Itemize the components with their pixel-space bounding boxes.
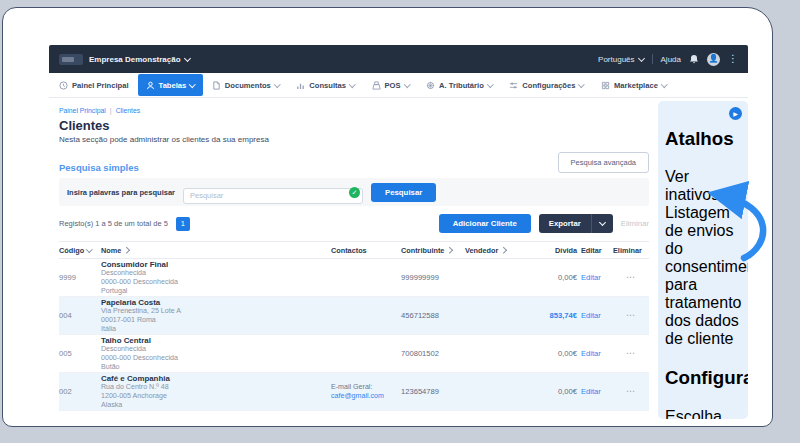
clients-main: Painel Principal | Clientes Clientes Nes…: [49, 98, 649, 419]
client-debt: 0,00€: [527, 349, 577, 358]
sort-down-icon: [86, 246, 92, 252]
menu-item-configuracoes[interactable]: Configurações: [501, 73, 592, 97]
menu-item-a-tributario[interactable]: A. Tributário: [418, 73, 500, 97]
sliders-icon: [509, 81, 518, 90]
client-vat: 999999999: [401, 273, 461, 282]
bar-chart-icon: [296, 81, 305, 90]
search-label: Insira palavras para pesquisar: [67, 188, 175, 197]
client-debt: 0,00€: [527, 273, 577, 282]
contact-email-link[interactable]: cafe@gmail.com: [331, 392, 397, 401]
edit-client-link[interactable]: Editar: [581, 273, 609, 282]
more-menu-icon[interactable]: ⋮: [728, 54, 738, 64]
table-row[interactable]: 9999 Consumidor Final Desconhecida 0000-…: [59, 259, 649, 297]
table-row[interactable]: Restaurante Exemplo: [59, 411, 649, 419]
column-header-codigo[interactable]: Código: [59, 246, 97, 255]
browser-card: Empresa Demonstração Português Ajuda 👤 ⋮: [2, 7, 773, 427]
client-debt: 0,00€: [527, 387, 577, 396]
company-logo: [59, 54, 83, 65]
menu-item-label: Marketplace: [614, 81, 658, 90]
sort-icon: [123, 247, 129, 253]
client-vat: 123654789: [401, 387, 461, 396]
export-dropdown-caret[interactable]: [591, 214, 613, 233]
page-subtitle: Nesta secção pode administrar os cliente…: [59, 135, 649, 144]
client-vat: 700801502: [401, 349, 461, 358]
table-row[interactable]: 002 Café e Companhia Rua do Centro N.º 4…: [59, 373, 649, 411]
menu-item-label: Configurações: [522, 81, 575, 90]
help-link[interactable]: Ajuda: [661, 55, 681, 64]
edit-client-link[interactable]: Editar: [581, 311, 609, 320]
breadcrumb: Painel Principal | Clientes: [59, 107, 649, 114]
chevron-down-icon: [404, 81, 410, 87]
shortcut-listagem-consentimento[interactable]: Listagem de envios do consentimento para…: [665, 204, 741, 348]
chevron-down-icon: [579, 81, 585, 87]
notifications-bell-icon[interactable]: [689, 54, 699, 64]
person-icon: [146, 81, 155, 90]
edit-client-link[interactable]: Editar: [581, 387, 609, 396]
client-name-address: Café e Companhia Rua do Centro N.º 48 12…: [101, 374, 327, 410]
export-button[interactable]: Exportar: [539, 214, 613, 233]
row-more-options[interactable]: ⋯: [613, 349, 649, 358]
company-switcher[interactable]: Empresa Demonstração: [89, 55, 190, 64]
column-header-contribuinte[interactable]: Contribuinte: [401, 246, 461, 255]
user-avatar[interactable]: 👤: [707, 53, 720, 66]
menu-item-documentos[interactable]: Documentos: [204, 73, 288, 97]
config-choose-columns[interactable]: Escolha as colunas que deseja ver na lis…: [665, 408, 741, 419]
client-name-address: Papelaria Costa Via Prenestina, 25 Lote …: [101, 298, 327, 334]
top-navbar: Empresa Demonstração Português Ajuda 👤 ⋮: [49, 45, 748, 73]
edit-client-link[interactable]: Editar: [581, 349, 609, 358]
menu-item-label: Consultas: [309, 81, 346, 90]
menu-item-pos[interactable]: POS: [364, 73, 418, 97]
menu-item-marketplace[interactable]: Marketplace: [593, 73, 674, 97]
add-client-button[interactable]: Adicionar Cliente: [439, 214, 531, 233]
breadcrumb-current[interactable]: Clientes: [116, 107, 141, 114]
chevron-down-icon: [661, 81, 667, 87]
row-more-options[interactable]: ⋯: [613, 311, 649, 320]
menu-item-label: A. Tributário: [439, 81, 484, 90]
column-header-nome[interactable]: Nome: [101, 246, 327, 255]
client-name-address: Talho Central Desconhecida 0000-000 Desc…: [101, 336, 327, 372]
client-name-address: Consumidor Final Desconhecida 0000-000 D…: [101, 260, 327, 296]
table-row[interactable]: 004 Papelaria Costa Via Prenestina, 25 L…: [59, 297, 649, 335]
row-more-options[interactable]: ⋯: [613, 387, 649, 396]
client-code: 002: [59, 387, 97, 396]
menu-item-consultas[interactable]: Consultas: [288, 73, 362, 97]
divider: [652, 54, 653, 64]
column-header-eliminar: Eliminar: [613, 246, 649, 255]
clients-table: Código Nome Contactos Contribuinte Vende…: [59, 241, 649, 419]
main-menu: Painel Principal Tabelas Documentos Cons…: [49, 73, 748, 98]
table-row[interactable]: 005 Talho Central Desconhecida 0000-000 …: [59, 335, 649, 373]
search-input[interactable]: [183, 188, 363, 204]
collapse-panel-button[interactable]: ▶: [729, 107, 742, 120]
menu-item-painel-principal[interactable]: Painel Principal: [51, 73, 137, 97]
delete-selected-button[interactable]: Eliminar: [621, 219, 649, 228]
advanced-search-button[interactable]: Pesquisa avançada: [558, 152, 649, 173]
chevron-down-icon: [189, 81, 195, 87]
language-selector[interactable]: Português: [598, 55, 643, 64]
menu-item-label: Documentos: [225, 81, 271, 90]
helm-wheel-icon: [426, 81, 435, 90]
column-header-divida[interactable]: Dívida: [527, 246, 577, 255]
pagination-page-1[interactable]: 1: [176, 217, 190, 231]
column-header-vendedor[interactable]: Vendedor: [465, 246, 523, 255]
search-bar: Insira palavras para pesquisar ✓ Pesquis…: [59, 178, 649, 206]
client-code: 004: [59, 311, 97, 320]
shortcuts-title: Atalhos: [665, 128, 741, 150]
chevron-down-icon: [637, 54, 644, 61]
client-contacts: E-mail Geral: cafe@gmail.com: [331, 383, 397, 401]
client-name: Papelaria Costa: [101, 298, 327, 307]
breadcrumb-separator: |: [110, 107, 112, 114]
breadcrumb-parent[interactable]: Painel Principal: [59, 107, 106, 114]
dashboard-clock-icon: [59, 81, 68, 90]
page-title: Clientes: [59, 118, 649, 133]
language-label: Português: [598, 55, 634, 64]
company-name: Empresa Demonstração: [89, 55, 181, 64]
client-debt[interactable]: 853,74€: [527, 311, 577, 320]
shortcut-ver-inativos[interactable]: Ver inativos: [665, 168, 741, 204]
search-button[interactable]: Pesquisar: [371, 183, 436, 202]
config-title: Configurações: [665, 367, 741, 389]
sort-icon: [446, 247, 452, 253]
chevron-down-icon: [184, 54, 191, 61]
grid-icon: [601, 81, 610, 90]
menu-item-tabelas[interactable]: Tabelas: [138, 74, 203, 96]
row-more-options[interactable]: ⋯: [613, 273, 649, 282]
